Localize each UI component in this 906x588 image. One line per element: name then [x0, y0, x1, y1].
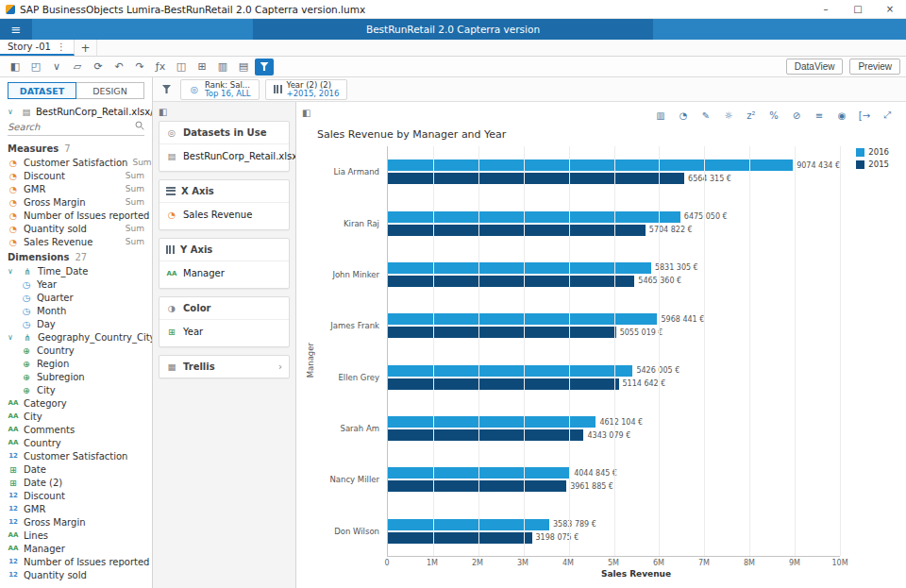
- filter-chip[interactable]: Year (2) (2)+2015, 2016: [265, 79, 348, 100]
- dimension-row[interactable]: ∨⋔Time_Date: [0, 264, 152, 277]
- dimension-row[interactable]: ⊕City: [0, 383, 152, 396]
- trellis-icon: ▦: [166, 361, 177, 372]
- refresh-button[interactable]: ⟳: [89, 59, 108, 76]
- dimension-row[interactable]: ⊕Region: [0, 357, 152, 370]
- collapse-builder-icon[interactable]: ◧: [159, 107, 167, 117]
- bar-2015[interactable]: [387, 429, 583, 441]
- measure-row[interactable]: ◔DiscountSum: [0, 169, 152, 182]
- bar-2015[interactable]: [387, 327, 616, 338]
- dimension-row[interactable]: 12Quantity sold: [0, 568, 152, 581]
- edit-button[interactable]: ✎: [696, 107, 715, 124]
- maximize-button[interactable]: ⤢: [878, 107, 897, 124]
- y-axis-field[interactable]: AA Manager: [159, 261, 289, 288]
- expander-icon[interactable]: ∨: [8, 267, 17, 276]
- add-story-button[interactable]: +: [75, 40, 97, 56]
- bar-2015[interactable]: [387, 225, 646, 236]
- bar-2015[interactable]: [387, 480, 566, 492]
- caret-down-button[interactable]: ∨: [47, 59, 66, 76]
- sigma-button[interactable]: z²: [742, 107, 761, 124]
- dimension-row[interactable]: ◷Quarter: [0, 291, 152, 304]
- insert-text-button[interactable]: ▤: [234, 59, 253, 76]
- dimension-row[interactable]: AAManager: [0, 542, 152, 555]
- dataset-in-use-item[interactable]: ▤ BestRunCorp_Retail.xlsx...: [159, 144, 289, 171]
- hamburger-menu-icon[interactable]: ≡: [0, 19, 32, 40]
- eye-button[interactable]: ◉: [832, 107, 851, 124]
- dimension-row[interactable]: 12GMR: [0, 502, 152, 515]
- color-field[interactable]: ⊞ Year: [159, 320, 289, 346]
- bar-2015[interactable]: [387, 276, 634, 287]
- bar-2016[interactable]: [387, 467, 570, 479]
- measure-row[interactable]: ◔Customer SatisfactionSum: [0, 156, 152, 169]
- dimension-row[interactable]: ⊞Date: [0, 462, 152, 476]
- dimension-row[interactable]: ◷Month: [0, 304, 152, 317]
- insert-table-button[interactable]: ⊞: [193, 59, 211, 76]
- tab-dataset[interactable]: DATASET: [8, 82, 76, 99]
- bar-2016[interactable]: [387, 365, 632, 377]
- filter-chip[interactable]: ◎Rank: Sal...Top 16, ALL: [180, 79, 260, 100]
- dimension-row[interactable]: AACountry: [0, 436, 152, 449]
- duplicate-button[interactable]: ▱: [68, 59, 87, 76]
- dimension-row[interactable]: AACity: [0, 410, 152, 423]
- refresh-icon: ⟳: [93, 60, 102, 73]
- bar-2016[interactable]: [387, 519, 549, 530]
- dataset-selector[interactable]: ∨ ▤ BestRunCorp_Retail.xlsx/Sheet1: [0, 105, 152, 119]
- dimension-row[interactable]: 12Number of Issues reported: [0, 555, 152, 568]
- bar-2016[interactable]: [387, 313, 657, 325]
- chart-type-button[interactable]: ▥: [651, 107, 670, 124]
- maximize-button[interactable]: □: [842, 0, 874, 18]
- minimize-button[interactable]: –: [810, 0, 842, 18]
- bar-2016[interactable]: [387, 262, 651, 274]
- tab-design[interactable]: DESIGN: [76, 82, 144, 99]
- dimension-row[interactable]: ◷Day: [0, 317, 152, 330]
- dimension-row[interactable]: AALines: [0, 529, 152, 542]
- tab-menu-icon[interactable]: ⋮: [57, 42, 66, 52]
- dimension-row[interactable]: AACategory: [0, 396, 152, 410]
- dimension-row[interactable]: ⊕Subregion: [0, 370, 152, 383]
- measure-row[interactable]: ◔GMRSum: [0, 182, 152, 195]
- rank-button[interactable]: ≡: [810, 107, 829, 124]
- insert-chart-button[interactable]: ◫: [172, 59, 191, 76]
- dataview-button[interactable]: DataView: [786, 59, 844, 75]
- dimension-row[interactable]: 12Customer Satisfaction: [0, 449, 152, 462]
- dimension-row[interactable]: 12Gross Margin: [0, 515, 152, 529]
- measure-row[interactable]: ◔Sales RevenueSum: [0, 235, 152, 248]
- clear-button[interactable]: ⊘: [787, 107, 806, 124]
- bar-2016[interactable]: [387, 416, 596, 428]
- dimension-row[interactable]: 12Discount: [0, 489, 152, 502]
- dimension-row[interactable]: AAComments: [0, 423, 152, 436]
- filter-button[interactable]: [255, 59, 274, 76]
- search-icon[interactable]: [135, 121, 144, 133]
- insert-columns-button[interactable]: ▥: [213, 59, 232, 76]
- panel-toggle-button[interactable]: ◧: [6, 59, 25, 76]
- x-axis-field[interactable]: ◔ Sales Revenue: [159, 203, 289, 229]
- add-filter-button[interactable]: [159, 83, 175, 95]
- dimension-row[interactable]: ◷Year: [0, 277, 152, 291]
- dimension-row[interactable]: ⊕Country: [0, 344, 152, 357]
- trellis-header[interactable]: ▦ Trellis ›: [159, 356, 289, 378]
- tab-story-01[interactable]: Story -01 ⋮: [0, 40, 75, 56]
- dimension-row[interactable]: ⊞Date (2): [0, 476, 152, 489]
- bar-2016[interactable]: [387, 211, 680, 223]
- palette-button[interactable]: ◔: [674, 107, 693, 124]
- expander-icon[interactable]: ∨: [8, 333, 17, 342]
- measure-row[interactable]: ◔Number of Issues reportedSum: [0, 209, 152, 222]
- formula-button[interactable]: ƒx: [151, 59, 170, 76]
- measure-row[interactable]: ◔Gross MarginSum: [0, 195, 152, 209]
- search-input[interactable]: [8, 122, 135, 132]
- measure-row[interactable]: ◔Quantity soldSum: [0, 222, 152, 235]
- bar-2015[interactable]: [387, 173, 684, 184]
- bar-2016[interactable]: [387, 160, 793, 171]
- insight-button[interactable]: ☼: [719, 107, 738, 124]
- redo-button[interactable]: ↷: [130, 59, 149, 76]
- close-button[interactable]: ×: [874, 0, 906, 18]
- collapse-chart-panel-icon[interactable]: ◧: [302, 108, 310, 118]
- undo-button[interactable]: ↶: [109, 59, 128, 76]
- preview-button[interactable]: Preview: [849, 59, 900, 75]
- dataset-icon: ▤: [21, 107, 32, 117]
- bar-2015[interactable]: [387, 532, 532, 544]
- bar-2015[interactable]: [387, 378, 619, 390]
- export-button[interactable]: [→: [855, 107, 874, 124]
- dimension-row[interactable]: ∨⋔Geography_Country_City: [0, 330, 152, 344]
- percent-button[interactable]: %: [764, 107, 783, 124]
- save-button[interactable]: ◰: [26, 59, 45, 76]
